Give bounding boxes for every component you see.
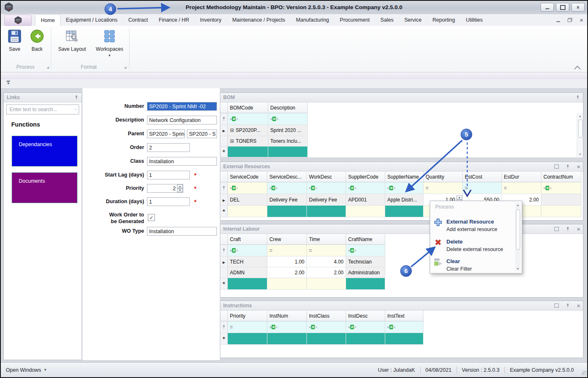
cell-servicecode[interactable]: DEL: [228, 194, 267, 206]
filter-cell[interactable]: [307, 321, 346, 333]
tab-reporting[interactable]: Reporting: [427, 15, 461, 26]
col-crew[interactable]: Crew: [267, 234, 307, 245]
cell-servicedesc[interactable]: Delivery Fee: [267, 194, 307, 206]
tab-service[interactable]: Service: [399, 15, 427, 26]
close-panel-icon[interactable]: ×: [577, 164, 580, 169]
scrollbar-thumb[interactable]: [516, 209, 520, 250]
wo-type-field[interactable]: Installation: [147, 227, 217, 236]
table-row[interactable]: TECH 1.00 4.00 Technician: [220, 256, 583, 267]
spin-up-icon[interactable]: ▲: [177, 184, 183, 189]
menu-item-external-resource[interactable]: External Resource Add external resource: [434, 218, 511, 233]
document-restore-icon[interactable]: [568, 18, 572, 22]
cell-workdesc[interactable]: Delivery Fee: [307, 194, 346, 206]
col-suppliername[interactable]: SupplierName: [385, 172, 424, 182]
tab-utilities[interactable]: Utilities: [461, 15, 488, 26]
document-minimize-icon[interactable]: [556, 21, 560, 22]
menu-item-delete[interactable]: Delete Delete external resource: [434, 238, 511, 253]
filter-cell[interactable]: [346, 321, 385, 333]
cell-suppliername[interactable]: Apple Distri...: [385, 194, 424, 206]
bom-vertical-scrollbar[interactable]: ▲ ▼: [577, 113, 583, 157]
cell-time[interactable]: 2.00: [307, 267, 346, 278]
tab-sales[interactable]: Sales: [375, 15, 399, 26]
save-button[interactable]: Save: [4, 29, 25, 52]
scroll-up-icon[interactable]: ▲: [515, 204, 521, 206]
process-group-launcher-icon[interactable]: ◢: [47, 66, 49, 69]
maximize-panel-icon[interactable]: [554, 164, 559, 169]
col-craftname[interactable]: CraftName: [346, 234, 385, 245]
pin-icon[interactable]: [576, 95, 580, 100]
back-button[interactable]: Back: [27, 29, 47, 52]
cell-craft[interactable]: TECH: [228, 256, 267, 267]
bom-col-description[interactable]: Description: [268, 102, 308, 113]
col-priority[interactable]: Priority: [228, 311, 267, 321]
cell-craftname[interactable]: Administration: [346, 267, 385, 278]
internal-new-row[interactable]: [220, 278, 583, 290]
parent-code-field[interactable]: SP2020 - Sprin: [147, 129, 185, 138]
bom-cell-description[interactable]: Toners Inclu...: [268, 136, 308, 147]
class-field[interactable]: Installation: [147, 157, 217, 166]
menu-item-clear[interactable]: Clear Clear Filter: [434, 257, 511, 272]
collapse-strip-icon[interactable]: ▼: [7, 81, 10, 85]
table-row[interactable]: DEL Delivery Fee Delivery Fee APD001 App…: [220, 194, 583, 206]
maximize-button[interactable]: [556, 3, 569, 12]
bom-new-row[interactable]: [220, 147, 583, 157]
filter-cell[interactable]: [463, 182, 502, 194]
filter-cell[interactable]: [307, 182, 346, 194]
application-menu-button[interactable]: [4, 15, 32, 26]
filter-cell[interactable]: [541, 182, 581, 194]
filter-cell[interactable]: [385, 182, 424, 194]
filter-cell[interactable]: [267, 245, 307, 256]
tab-home[interactable]: Home: [35, 14, 60, 26]
tab-contract[interactable]: Contract: [123, 15, 153, 26]
col-estcost[interactable]: EstCost: [463, 172, 502, 182]
parent-desc-field[interactable]: SP2020 - S: [187, 129, 217, 138]
spin-down-icon[interactable]: ▼: [177, 189, 183, 193]
bom-cell-code[interactable]: SP2020P...: [228, 125, 268, 136]
bom-cell-code[interactable]: TONERS: [228, 136, 268, 147]
cell-craft[interactable]: ADMN: [228, 267, 267, 278]
tab-maintenance-projects[interactable]: Maintenance / Projects: [227, 15, 291, 26]
wo-generated-checkbox[interactable]: ✓: [148, 214, 155, 221]
tab-manufacturing[interactable]: Manufacturing: [291, 15, 334, 26]
filter-cell[interactable]: [385, 321, 424, 333]
cell-crew[interactable]: 1.00: [267, 256, 307, 267]
pin-icon[interactable]: [566, 226, 570, 231]
col-servicecode[interactable]: ServiceCode: [228, 172, 267, 182]
filter-cell[interactable]: [502, 182, 541, 194]
close-panel-icon[interactable]: ×: [577, 226, 580, 232]
open-windows-button[interactable]: Open Windows ▼: [6, 367, 47, 373]
cell-contractnum[interactable]: [541, 194, 581, 206]
pin-icon[interactable]: [74, 95, 79, 100]
priority-spinner[interactable]: ▲▼: [177, 184, 183, 192]
minimize-button[interactable]: [541, 3, 554, 12]
filter-cell[interactable]: [307, 245, 346, 256]
bom-cell-description[interactable]: Sprint 2020 ...: [268, 125, 308, 136]
workspaces-button[interactable]: Workspaces ▼: [92, 29, 127, 57]
col-instclass[interactable]: InstClass: [307, 311, 346, 321]
maximize-panel-icon[interactable]: [554, 227, 559, 231]
scrollbar-thumb[interactable]: [578, 119, 583, 138]
filter-cell[interactable]: [228, 321, 267, 333]
scroll-down-icon[interactable]: ▼: [577, 151, 583, 157]
duration-field[interactable]: 1: [147, 197, 190, 206]
tab-finance-hr[interactable]: Finance / HR: [153, 15, 194, 26]
cell-suppliercode[interactable]: APD001: [346, 194, 385, 206]
search-icon[interactable]: [75, 107, 77, 112]
filter-cell[interactable]: [346, 245, 385, 256]
col-insttext[interactable]: InstText: [385, 311, 424, 321]
cell-crew[interactable]: 2.00: [267, 267, 307, 278]
external-new-row[interactable]: [220, 206, 583, 217]
close-button[interactable]: ×: [571, 3, 585, 12]
description-field[interactable]: Network Configuration: [147, 116, 217, 124]
col-craft[interactable]: Craft: [228, 234, 267, 245]
tab-equipment-locations[interactable]: Equipment / Locations: [60, 15, 123, 26]
table-row[interactable]: SP2020P... Sprint 2020 ...: [220, 125, 583, 136]
format-group-launcher-icon[interactable]: ◢: [124, 66, 126, 69]
spin-up-icon[interactable]: ▲: [456, 195, 462, 200]
bom-filter-bomcode[interactable]: [228, 113, 268, 125]
filter-cell[interactable]: [228, 182, 267, 194]
search-input[interactable]: [9, 106, 75, 113]
maximize-panel-icon[interactable]: [554, 303, 559, 308]
cell-craftname[interactable]: Technician: [346, 256, 385, 267]
col-suppliercode[interactable]: SupplierCode: [346, 172, 385, 182]
